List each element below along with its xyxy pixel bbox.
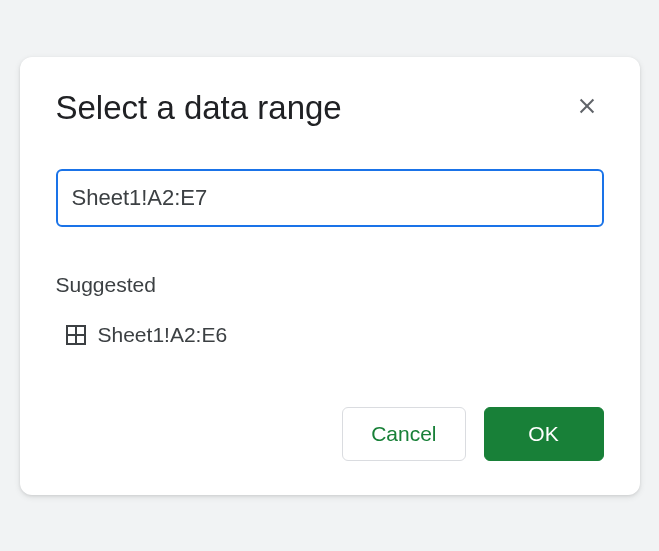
dialog-footer: Cancel OK [56, 407, 604, 461]
suggested-heading: Suggested [56, 273, 604, 297]
dialog-title: Select a data range [56, 89, 342, 127]
cancel-button[interactable]: Cancel [342, 407, 465, 461]
select-range-dialog: Select a data range Suggested Sheet1!A2:… [20, 57, 640, 495]
close-icon [576, 95, 598, 120]
range-input-container [56, 169, 604, 227]
range-input[interactable] [58, 185, 602, 211]
dialog-header: Select a data range [56, 89, 604, 127]
suggestion-item[interactable]: Sheet1!A2:E6 [56, 319, 604, 351]
grid-icon [64, 323, 88, 347]
suggestion-label: Sheet1!A2:E6 [98, 323, 228, 347]
ok-button[interactable]: OK [484, 407, 604, 461]
close-button[interactable] [570, 89, 604, 126]
